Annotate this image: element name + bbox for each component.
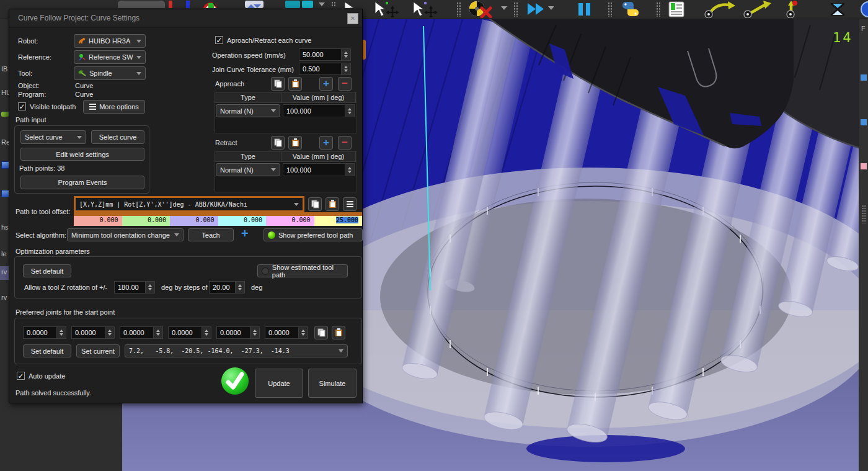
joint-1-input[interactable]: 0.0000 bbox=[23, 326, 66, 339]
paste-button[interactable] bbox=[288, 136, 302, 150]
approach-retract-checkbox[interactable]: ✓ bbox=[215, 36, 223, 44]
chevron-down-icon[interactable] bbox=[319, 2, 325, 6]
tree-item-fragment[interactable]: IB bbox=[1, 65, 7, 73]
dialog-titlebar[interactable]: Curve Follow Project: Curve Settings ✕ bbox=[9, 9, 362, 27]
chevron-down-icon[interactable] bbox=[548, 6, 554, 10]
partial-teal-icon[interactable] bbox=[302, 1, 313, 8]
tree-item-fragment[interactable]: le bbox=[1, 250, 7, 258]
scrollbar-thumb[interactable] bbox=[862, 205, 866, 223]
add-algorithm-button[interactable]: + bbox=[241, 227, 249, 241]
partial-icon[interactable] bbox=[118, 1, 165, 8]
paste-button[interactable] bbox=[326, 197, 339, 211]
spinner-arrows[interactable] bbox=[341, 49, 350, 60]
partial-blue-bar-icon[interactable] bbox=[186, 1, 190, 8]
spinner-arrows[interactable] bbox=[341, 63, 350, 74]
copy-button[interactable] bbox=[271, 77, 285, 91]
program-list-icon[interactable] bbox=[667, 1, 686, 20]
set-current-button[interactable]: Set current bbox=[76, 344, 120, 357]
add-retract-button[interactable]: + bbox=[319, 136, 333, 150]
add-approach-button[interactable]: + bbox=[319, 77, 333, 91]
reference-dropdown[interactable]: Reference SW bbox=[74, 50, 146, 64]
spinner-arrows[interactable] bbox=[298, 327, 308, 338]
copy-button[interactable] bbox=[308, 197, 322, 211]
rotation-input[interactable]: 180.00 bbox=[114, 281, 155, 294]
spinner-arrows[interactable] bbox=[345, 164, 354, 176]
auto-update-checkbox[interactable]: ✓ bbox=[17, 372, 25, 380]
cursor-icon[interactable] bbox=[342, 1, 361, 8]
blue-swatch[interactable] bbox=[861, 119, 867, 125]
partial-icon[interactable] bbox=[245, 1, 264, 8]
approach-value-input[interactable]: 100.000 bbox=[283, 104, 355, 117]
select-curve-button[interactable]: Select curve bbox=[91, 130, 144, 144]
target-icon[interactable] bbox=[198, 1, 223, 8]
tool-dropdown[interactable]: Spindle bbox=[74, 66, 146, 80]
partial-red-bar-icon[interactable] bbox=[169, 1, 172, 8]
offset-cell-selected[interactable]: 25.000 bbox=[314, 216, 363, 226]
joints-set-default-button[interactable]: Set default bbox=[23, 344, 71, 357]
spinner-arrows[interactable] bbox=[250, 327, 259, 338]
partial-blue-sphere-icon[interactable] bbox=[861, 1, 868, 16]
tree-item-fragment[interactable]: rv bbox=[1, 294, 7, 301]
copy-button[interactable] bbox=[314, 326, 328, 339]
show-estimated-toolpath-toggle[interactable]: Show estimated tool path bbox=[257, 264, 348, 277]
close-button[interactable]: ✕ bbox=[347, 13, 358, 24]
curve-follow-project-icon[interactable] bbox=[703, 1, 735, 20]
visible-toolpath-checkbox[interactable]: ✓ bbox=[18, 102, 26, 110]
right-side-panel[interactable]: F bbox=[859, 19, 868, 471]
point-follow-project-icon[interactable] bbox=[742, 1, 772, 20]
pause-simulation-icon[interactable] bbox=[577, 2, 593, 19]
edit-weld-settings-button[interactable]: Edit weld settings bbox=[20, 148, 144, 161]
select-curve-dropdown[interactable]: Select curve bbox=[20, 130, 86, 144]
approach-type-dropdown[interactable]: Normal (N) bbox=[216, 104, 280, 117]
offset-menu-button[interactable] bbox=[343, 197, 356, 211]
fast-simulation-icon[interactable] bbox=[527, 2, 546, 19]
remove-retract-button[interactable]: − bbox=[338, 136, 352, 150]
algorithm-dropdown[interactable]: Minimum tool orientation change bbox=[67, 228, 184, 241]
hourglass-icon[interactable] bbox=[828, 1, 847, 20]
joint-6-input[interactable]: 0.0000 bbox=[265, 326, 308, 339]
selection-cursor-icon[interactable] bbox=[372, 1, 399, 20]
offset-cell[interactable]: 0.000 bbox=[218, 216, 267, 226]
joint-5-input[interactable]: 0.0000 bbox=[216, 326, 260, 339]
update-button[interactable]: Update bbox=[255, 369, 303, 398]
tree-item-fragment[interactable]: hs bbox=[1, 223, 9, 231]
joint-4-input[interactable]: 0.0000 bbox=[168, 326, 211, 339]
pink-swatch[interactable] bbox=[861, 163, 867, 169]
spinner-arrows[interactable] bbox=[105, 327, 114, 338]
spinner-arrows[interactable] bbox=[145, 282, 154, 293]
partial-teal-icon[interactable] bbox=[285, 1, 300, 8]
paste-button[interactable] bbox=[288, 77, 302, 91]
retract-value-input[interactable]: 100.000 bbox=[283, 163, 355, 176]
chevron-down-icon[interactable] bbox=[501, 6, 507, 10]
collision-check-off-icon[interactable] bbox=[468, 1, 498, 20]
python-script-icon[interactable] bbox=[620, 1, 641, 20]
current-joints-dropdown[interactable]: 7.2, -5.8, -20.5, -164.0, -27.3, -14.3 bbox=[125, 344, 348, 357]
offset-cell[interactable]: 0.000 bbox=[170, 216, 218, 226]
spinner-arrows[interactable] bbox=[235, 282, 244, 293]
remove-approach-button[interactable]: − bbox=[338, 77, 352, 91]
teach-button[interactable]: Teach bbox=[188, 228, 234, 241]
spinner-arrows[interactable] bbox=[56, 327, 66, 338]
offset-values-row[interactable]: 0.000 0.000 0.000 0.000 0.000 25.000 bbox=[74, 216, 362, 226]
machining-project-icon[interactable] bbox=[780, 1, 805, 20]
offset-cell[interactable]: 0.000 bbox=[74, 216, 122, 226]
copy-button[interactable] bbox=[271, 136, 285, 150]
blue-swatch[interactable] bbox=[861, 74, 867, 81]
joint-3-input[interactable]: 0.0000 bbox=[120, 326, 163, 339]
offset-cell[interactable]: 0.000 bbox=[122, 216, 170, 226]
program-events-button[interactable]: Program Events bbox=[20, 176, 144, 189]
retract-type-dropdown[interactable]: Normal (N) bbox=[216, 163, 280, 176]
optimization-set-default-button[interactable]: Set default bbox=[23, 264, 71, 277]
selection-cursor-move-icon[interactable] bbox=[410, 1, 438, 20]
spinner-arrows[interactable] bbox=[202, 327, 211, 338]
simulate-button[interactable]: Simulate bbox=[308, 369, 356, 398]
robot-dropdown[interactable]: HUIBO HR3A bbox=[74, 34, 146, 48]
tool-icon[interactable] bbox=[1, 112, 9, 117]
offset-format-dropdown[interactable]: [X,Y,Z]mm | Rot[Z,Y',X'']deg - ABB/KUKA/… bbox=[74, 196, 304, 212]
join-tolerance-input[interactable]: 0.500 bbox=[299, 63, 351, 75]
steps-input[interactable]: 20.00 bbox=[209, 281, 245, 294]
offset-cell[interactable]: 0.000 bbox=[266, 216, 314, 226]
more-options-button[interactable]: More options bbox=[83, 100, 145, 114]
joint-2-input[interactable]: 0.0000 bbox=[71, 326, 115, 339]
paste-button[interactable] bbox=[332, 326, 345, 339]
